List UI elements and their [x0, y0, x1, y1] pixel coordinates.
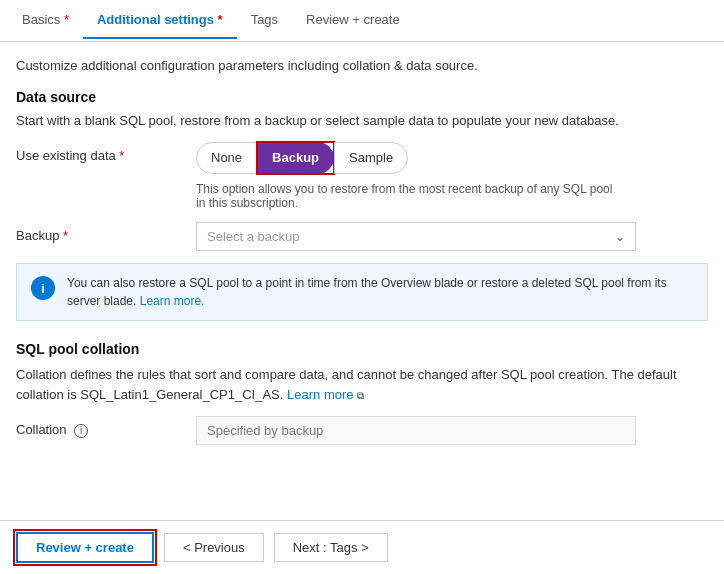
info-icon: i	[31, 276, 55, 300]
backup-note: This option allows you to restore from t…	[196, 182, 616, 210]
tab-tags[interactable]: Tags	[237, 2, 292, 39]
collation-section: SQL pool collation Collation defines the…	[16, 341, 708, 445]
external-link-icon: ⧉	[357, 390, 364, 401]
learn-more-link-2[interactable]: Learn more	[287, 387, 353, 402]
collation-control	[196, 416, 708, 445]
option-backup-wrapper: Backup	[257, 142, 334, 174]
footer: Review + create < Previous Next : Tags >	[0, 520, 724, 574]
info-box-text: You can also restore a SQL pool to a poi…	[67, 274, 693, 310]
data-source-description: Start with a blank SQL pool, restore fro…	[16, 113, 708, 128]
use-existing-data-row: Use existing data * None Backup Sample T…	[16, 142, 708, 210]
learn-more-link-1[interactable]: Learn more.	[140, 294, 205, 308]
option-sample[interactable]: Sample	[334, 142, 408, 174]
collation-title: SQL pool collation	[16, 341, 708, 357]
tab-bar: Basics * Additional settings * Tags Revi…	[0, 0, 724, 42]
review-create-button[interactable]: Review + create	[16, 532, 154, 563]
backup-control: Select a backup ⌄	[196, 222, 708, 251]
collation-description: Collation defines the rules that sort an…	[16, 365, 708, 404]
previous-button[interactable]: < Previous	[164, 533, 264, 562]
backup-select[interactable]: Select a backup ⌄	[196, 222, 636, 251]
option-none[interactable]: None	[196, 142, 257, 174]
chevron-down-icon: ⌄	[615, 230, 625, 244]
collation-label: Collation i	[16, 416, 196, 438]
tab-additional-settings[interactable]: Additional settings *	[83, 2, 237, 39]
tab-basics[interactable]: Basics *	[8, 2, 83, 39]
info-box: i You can also restore a SQL pool to a p…	[16, 263, 708, 321]
collation-input[interactable]	[196, 416, 636, 445]
collation-info-icon[interactable]: i	[74, 424, 88, 438]
data-source-radio-group: None Backup Sample	[196, 142, 708, 174]
use-existing-label: Use existing data *	[16, 142, 196, 163]
use-existing-control: None Backup Sample This option allows yo…	[196, 142, 708, 210]
main-content: Customize additional configuration param…	[0, 42, 724, 520]
backup-label: Backup *	[16, 222, 196, 243]
page-description: Customize additional configuration param…	[16, 58, 708, 73]
tab-review-create[interactable]: Review + create	[292, 2, 414, 39]
next-tags-button[interactable]: Next : Tags >	[274, 533, 388, 562]
data-source-title: Data source	[16, 89, 708, 105]
option-backup[interactable]: Backup	[257, 142, 334, 174]
backup-row: Backup * Select a backup ⌄	[16, 222, 708, 251]
collation-row: Collation i	[16, 416, 708, 445]
